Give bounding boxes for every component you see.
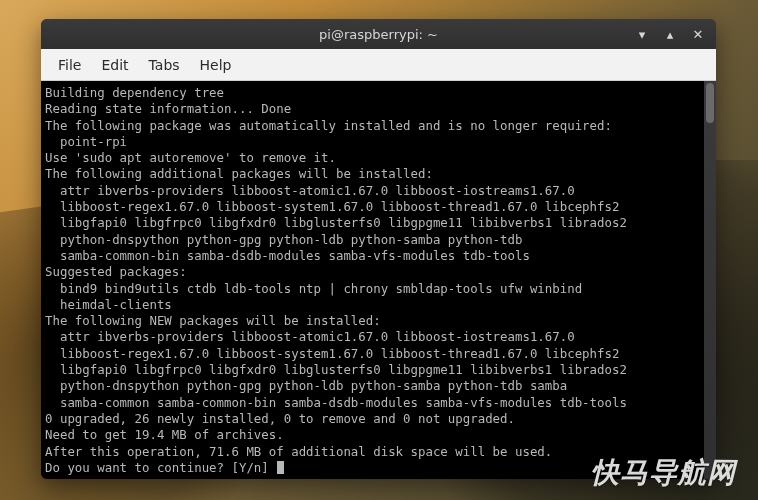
terminal-line: libgfapi0 libgfrpc0 libgfxdr0 libgluster… (45, 215, 710, 231)
terminal-window: pi@raspberrypi: ~ ▾ ▴ ✕ File Edit Tabs H… (41, 19, 716, 479)
menu-file[interactable]: File (49, 53, 90, 77)
terminal-line: attr ibverbs-providers libboost-atomic1.… (45, 183, 710, 199)
terminal-line: Need to get 19.4 MB of archives. (45, 427, 710, 443)
terminal-area[interactable]: Building dependency treeReading state in… (41, 81, 716, 479)
minimize-button[interactable]: ▾ (630, 22, 654, 46)
terminal-line: samba-common-bin samba-dsdb-modules samb… (45, 248, 710, 264)
terminal-line: python-dnspython python-gpg python-ldb p… (45, 378, 710, 394)
terminal-line: 0 upgraded, 26 newly installed, 0 to rem… (45, 411, 710, 427)
window-controls: ▾ ▴ ✕ (630, 19, 710, 49)
menu-bar: File Edit Tabs Help (41, 49, 716, 81)
menu-tabs[interactable]: Tabs (140, 53, 189, 77)
window-title: pi@raspberrypi: ~ (319, 27, 438, 42)
terminal-line: After this operation, 71.6 MB of additio… (45, 444, 710, 460)
terminal-line: libgfapi0 libgfrpc0 libgfxdr0 libgluster… (45, 362, 710, 378)
terminal-line: The following package was automatically … (45, 118, 710, 134)
terminal-line: Reading state information... Done (45, 101, 710, 117)
close-button[interactable]: ✕ (686, 22, 710, 46)
scrollbar-thumb[interactable] (706, 83, 714, 123)
maximize-button[interactable]: ▴ (658, 22, 682, 46)
terminal-scrollbar[interactable] (704, 81, 716, 479)
terminal-line: Building dependency tree (45, 85, 710, 101)
window-titlebar[interactable]: pi@raspberrypi: ~ ▾ ▴ ✕ (41, 19, 716, 49)
menu-help[interactable]: Help (191, 53, 241, 77)
terminal-line: bind9 bind9utils ctdb ldb-tools ntp | ch… (45, 281, 710, 297)
terminal-output[interactable]: Building dependency treeReading state in… (41, 81, 716, 479)
terminal-line: attr ibverbs-providers libboost-atomic1.… (45, 329, 710, 345)
maximize-icon: ▴ (667, 27, 674, 42)
terminal-line: libboost-regex1.67.0 libboost-system1.67… (45, 346, 710, 362)
terminal-cursor (277, 461, 284, 474)
terminal-line: Do you want to continue? [Y/n] (45, 460, 710, 476)
menu-edit[interactable]: Edit (92, 53, 137, 77)
terminal-line: libboost-regex1.67.0 libboost-system1.67… (45, 199, 710, 215)
terminal-line: python-dnspython python-gpg python-ldb p… (45, 232, 710, 248)
terminal-line: samba-common samba-common-bin samba-dsdb… (45, 395, 710, 411)
terminal-line: heimdal-clients (45, 297, 710, 313)
terminal-line: The following NEW packages will be insta… (45, 313, 710, 329)
terminal-line: Suggested packages: (45, 264, 710, 280)
terminal-line: point-rpi (45, 134, 710, 150)
terminal-line: The following additional packages will b… (45, 166, 710, 182)
close-icon: ✕ (693, 27, 704, 42)
terminal-line: Use 'sudo apt autoremove' to remove it. (45, 150, 710, 166)
minimize-icon: ▾ (639, 27, 646, 42)
